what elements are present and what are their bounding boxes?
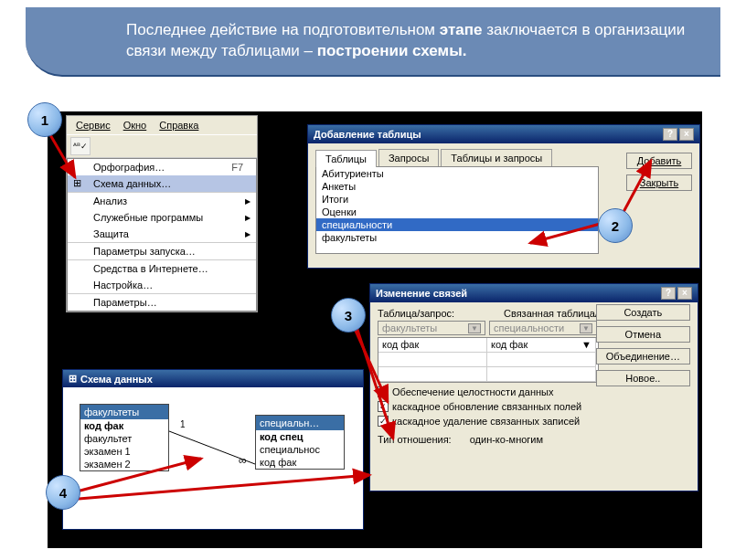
checkbox-cascade-delete[interactable]: ✓ xyxy=(378,416,389,427)
chevron-down-icon[interactable]: ▼ xyxy=(581,339,591,351)
table-field[interactable]: специальнос xyxy=(256,443,344,456)
checkbox-cascade-update[interactable]: ✓ xyxy=(378,401,389,412)
table-box-fakultety[interactable]: факультеты код фак факультет экзамен 1 э… xyxy=(80,404,169,471)
label-table: Таблица/запрос: xyxy=(378,308,485,319)
edit-rel-buttons: Создать Отмена Объединение… Новое.. xyxy=(596,304,690,386)
menu-item-label: Анализ xyxy=(93,195,127,206)
menu-item-label: Защита xyxy=(93,228,129,239)
table-field[interactable]: код спец xyxy=(256,430,344,443)
menu-item-customize[interactable]: Настройка… xyxy=(68,277,256,294)
grid-cell[interactable] xyxy=(378,353,487,367)
menu-item-label: Параметры… xyxy=(93,297,157,308)
toolbar-spellcheck-icon[interactable]: ᴬᴮ✓ xyxy=(70,137,91,155)
toolbar: ᴬᴮ✓ xyxy=(67,134,257,158)
close-button[interactable]: Закрыть xyxy=(626,174,692,191)
menu-item-schema[interactable]: ⊞ Схема данных… xyxy=(68,175,256,193)
schema-icon: ⊞ xyxy=(69,373,77,385)
menubar: Сервис Окно Справка xyxy=(67,116,257,134)
table-header: специальн… xyxy=(256,416,344,430)
close-icon[interactable]: × xyxy=(679,128,694,141)
table-listbox[interactable]: Абитуриенты Анкеты Итоги Оценки специаль… xyxy=(315,166,599,254)
combo-table[interactable]: факультеты▼ xyxy=(378,321,485,335)
tab-queries[interactable]: Запросы xyxy=(378,149,439,166)
menu-item-label: Параметры запуска… xyxy=(93,246,196,257)
list-item[interactable]: Итоги xyxy=(316,193,598,206)
menu-item-analysis[interactable]: Анализ xyxy=(68,193,256,209)
relation-type-row: Тип отношения: один-ко-многим xyxy=(378,434,690,445)
menu-item-utilities[interactable]: Служебные программы xyxy=(68,209,256,226)
schema-icon: ⊞ xyxy=(73,177,86,190)
help-icon[interactable]: ? xyxy=(661,287,676,300)
cancel-button[interactable]: Отмена xyxy=(596,326,690,343)
menu-help[interactable]: Справка xyxy=(154,118,204,132)
table-field[interactable]: код фак xyxy=(80,419,168,432)
dialog-title: Изменение связей xyxy=(376,288,467,299)
table-field[interactable]: факультет xyxy=(80,432,168,445)
list-item-selected[interactable]: специальности xyxy=(316,218,598,231)
menu-item-spelling[interactable]: Орфография… F7 xyxy=(68,159,256,175)
list-item[interactable]: факультеты xyxy=(316,231,598,244)
table-field[interactable]: код фак xyxy=(256,456,344,469)
menu-item-options[interactable]: Параметры… xyxy=(68,294,256,311)
add-table-buttons: Добавить Закрыть xyxy=(626,153,692,191)
edit-relations-dialog: Изменение связей ? × Таблица/запрос: Свя… xyxy=(369,283,698,491)
dialog-title: Схема данных xyxy=(80,374,153,385)
dialog-title: Добавление таблицы xyxy=(314,129,421,140)
new-button[interactable]: Новое.. xyxy=(596,370,690,386)
add-button[interactable]: Добавить xyxy=(626,153,692,169)
join-button[interactable]: Объединение… xyxy=(596,348,690,365)
menu-service[interactable]: Сервис xyxy=(70,118,116,132)
rel-card-left: 1 xyxy=(180,419,186,429)
combo-linked[interactable]: специальности▼ xyxy=(489,321,597,335)
svg-line-0 xyxy=(169,431,255,464)
menu-item-startup[interactable]: Параметры запуска… xyxy=(68,243,256,260)
shortcut-label: F7 xyxy=(231,162,243,173)
close-icon[interactable]: × xyxy=(677,287,692,300)
grid-cell[interactable]: код фак▼ xyxy=(487,338,596,353)
grid-cell[interactable] xyxy=(487,353,596,367)
list-item[interactable]: Анкеты xyxy=(316,180,598,193)
add-table-dialog: Добавление таблицы ? × Таблицы Запросы Т… xyxy=(307,124,700,269)
tab-both[interactable]: Таблицы и запросы xyxy=(441,149,552,166)
chevron-down-icon[interactable]: ▼ xyxy=(468,323,481,333)
table-box-special[interactable]: специальн… код спец специальнос код фак xyxy=(255,415,345,470)
grid-cell[interactable] xyxy=(378,367,487,382)
service-dropdown: Орфография… F7 ⊞ Схема данных… Анализ Сл… xyxy=(67,158,257,312)
schema-body[interactable]: факультеты код фак факультет экзамен 1 э… xyxy=(63,387,363,524)
menu-item-label: Средства в Интернете… xyxy=(93,263,208,274)
step-badge-1: 1 xyxy=(27,102,62,137)
checkbox-cascadedel-row: ✓ каскадное удаление связанных записей xyxy=(378,416,690,427)
create-button[interactable]: Создать xyxy=(596,304,690,321)
service-menu-panel: Сервис Окно Справка ᴬᴮ✓ Орфография… F7 ⊞… xyxy=(66,115,258,312)
edit-rel-titlebar: Изменение связей ? × xyxy=(370,284,698,302)
header-b2: построении схемы. xyxy=(317,42,467,59)
menu-item-webtools[interactable]: Средства в Интернете… xyxy=(68,260,256,277)
checkbox-label: каскадное обновление связанных полей xyxy=(392,401,581,412)
rel-card-right: ∞ xyxy=(239,454,247,467)
grid-cell[interactable]: код фак xyxy=(378,338,487,353)
step-badge-2: 2 xyxy=(598,208,633,243)
label-reltype: Тип отношения: xyxy=(378,434,452,445)
menu-window[interactable]: Окно xyxy=(118,118,153,132)
checkbox-integrity[interactable]: ✓ xyxy=(378,386,389,397)
tab-tables[interactable]: Таблицы xyxy=(315,150,377,167)
menu-item-label: Схема данных… xyxy=(93,178,171,189)
checkbox-integrity-row: ✓ Обеспечение целостности данных xyxy=(378,386,690,397)
menu-item-security[interactable]: Защита xyxy=(68,226,256,243)
table-field[interactable]: экзамен 1 xyxy=(80,445,168,458)
menu-item-label: Служебные программы xyxy=(93,212,203,223)
field-grid[interactable]: код факкод фак▼ xyxy=(378,337,599,383)
header-caption: Последнее действие на подготовительном э… xyxy=(26,7,720,77)
menu-item-label: Орфография… xyxy=(93,162,165,173)
list-item[interactable]: Оценки xyxy=(316,206,598,218)
add-table-titlebar: Добавление таблицы ? × xyxy=(308,125,699,143)
table-field[interactable]: экзамен 2 xyxy=(80,458,168,470)
help-icon[interactable]: ? xyxy=(663,128,677,141)
grid-cell[interactable] xyxy=(487,367,596,382)
header-t1: Последнее действие на подготовительном xyxy=(126,21,440,38)
list-item[interactable]: Абитуриенты xyxy=(316,167,598,180)
chevron-down-icon[interactable]: ▼ xyxy=(580,323,592,333)
step-badge-3: 3 xyxy=(331,298,366,333)
header-b1: этапе xyxy=(440,21,483,38)
schema-titlebar: ⊞ Схема данных xyxy=(63,370,363,387)
